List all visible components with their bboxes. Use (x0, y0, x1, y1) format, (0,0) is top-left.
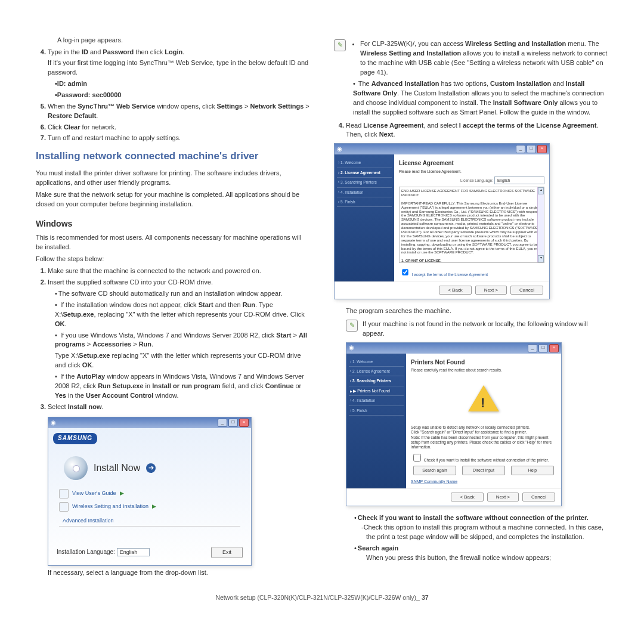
section-heading: Installing network connected machine's d… (36, 149, 310, 164)
globe-icon: ◉ (51, 419, 56, 428)
samsung-logo: SAMSUNG (53, 433, 97, 444)
help-button[interactable]: Help (511, 466, 554, 475)
wireless-setting-install[interactable]: Wireless Setting and Installation ▶ (48, 500, 251, 513)
snmp-link[interactable]: SNMP Community Name (411, 479, 556, 485)
close-button[interactable]: × (537, 145, 547, 153)
license-title: License Agreement (399, 159, 544, 168)
install-now-label: Install Now (94, 461, 140, 475)
view-users-guide[interactable]: View User's Guide ▶ (48, 487, 251, 500)
back-button[interactable]: < Back (451, 493, 484, 501)
scroll-up-icon[interactable]: ▴ (538, 187, 544, 194)
maximize-button[interactable]: □ (538, 344, 548, 352)
cancel-button[interactable]: Cancel (522, 493, 555, 501)
installer-caption: If necessary, select a language from the… (36, 568, 310, 578)
search-again-button[interactable]: Search again (413, 466, 456, 475)
step-5: When the SyncThru™ Web Service window op… (48, 102, 310, 121)
windows-intro: This is recommended for most users. All … (36, 233, 310, 252)
wizard-steps: › 1. Welcome › 2. License Agreement › 3.… (335, 154, 394, 281)
scroll-down-icon[interactable]: ▾ (538, 255, 544, 262)
scrollbar[interactable]: ▴ ▾ (537, 187, 544, 262)
eula-textbox[interactable]: END-USER LICENSE AGREEMENT FOR SAMSUNG E… (399, 187, 544, 263)
minimize-button[interactable]: _ (528, 344, 537, 352)
program-searches: The program searches the machine. (334, 306, 608, 316)
install-now-row[interactable]: Install Now ➔ (48, 449, 251, 487)
close-button[interactable]: × (549, 344, 559, 352)
note-icon: ✎ (346, 320, 358, 332)
notfound-title: Printers Not Found (411, 358, 556, 367)
next-button[interactable]: Next > (475, 286, 507, 295)
cancel-button[interactable]: Cancel (510, 286, 543, 295)
exit-button[interactable]: Exit (211, 547, 243, 558)
direct-input-button[interactable]: Direct Input (462, 466, 505, 475)
close-button[interactable]: × (239, 419, 249, 427)
wifi-icon (59, 502, 69, 512)
windows-heading: Windows (36, 218, 310, 230)
note-icon: ✎ (334, 39, 346, 51)
next-button[interactable]: Next > (487, 493, 519, 501)
license-window: ◉ _ □ × › 1. Welcome › 2. License Agreem… (334, 143, 550, 299)
step-4: Type in the ID and Password then click L… (48, 48, 310, 100)
language-select[interactable]: English (117, 548, 150, 556)
accept-eula-checkbox[interactable] (402, 269, 408, 275)
win-step-3: Select Install now. (48, 402, 310, 412)
globe-icon: ◉ (349, 343, 354, 352)
titlebar: ◉ _ □ × (48, 417, 251, 428)
license-language-select[interactable]: English (494, 177, 544, 184)
lang-label: Installation Language: (57, 549, 115, 555)
installer-window: ◉ _ □ × SAMSUNG Install Now ➔ View User'… (48, 417, 252, 566)
disc-icon (64, 456, 88, 480)
arrow-icon: ➔ (146, 463, 156, 473)
maximize-button[interactable]: □ (527, 145, 536, 153)
follow-steps: Follow the steps below: (36, 255, 310, 264)
win-step-2: Insert the supplied software CD into you… (48, 278, 310, 401)
wizard-steps: › 1. Welcome › 2. License Agreement › 3.… (346, 354, 406, 489)
note-block-2: ✎ If your machine is not found in the ne… (334, 320, 608, 339)
right-step-4: Read License Agreement, and select I acc… (346, 121, 608, 140)
maximize-button[interactable]: □ (228, 419, 238, 427)
login-appears: A log-in page appears. (36, 36, 310, 45)
globe-icon: ◉ (337, 145, 342, 154)
section-intro-2: Make sure that the network setup for you… (36, 190, 310, 209)
page-footer: Network setup (CLP-320N(K)/CLP-321N/CLP-… (36, 593, 608, 602)
win-step-1: Make sure that the machine is connected … (48, 267, 310, 276)
back-button[interactable]: < Back (439, 286, 472, 295)
section-intro-1: You must install the printer driver soft… (36, 169, 310, 188)
warning-icon (468, 385, 499, 411)
notfound-window: ◉ _ □ × › 1. Welcome › 2. License Agreem… (346, 342, 562, 506)
book-icon (59, 489, 69, 499)
advanced-installation[interactable]: Advanced Installation (48, 513, 251, 526)
install-without-printer-checkbox[interactable] (413, 454, 421, 462)
minimize-button[interactable]: _ (218, 419, 227, 427)
step-6: Click Clear for network. (48, 123, 310, 132)
minimize-button[interactable]: _ (516, 145, 525, 153)
step-7: Turn off and restart machine to apply se… (48, 134, 310, 143)
note-block-1: ✎ For CLP-325W(K)/, you can access Wirel… (334, 39, 608, 117)
